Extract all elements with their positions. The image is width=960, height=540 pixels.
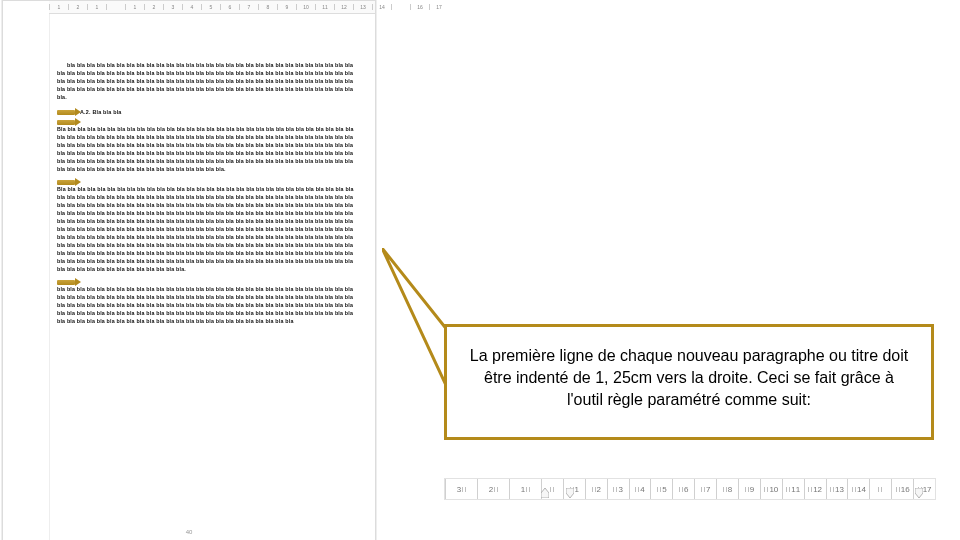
callout-pointer-icon: [382, 248, 452, 408]
ruler-tick: 2: [68, 4, 87, 10]
svg-marker-0: [382, 248, 452, 398]
ruler-tick: [106, 4, 125, 10]
ruler-tick: 7: [239, 4, 258, 10]
ruler-tick: 9: [738, 479, 760, 499]
ruler-tick: 3: [607, 479, 629, 499]
ruler-tick: 8: [258, 4, 277, 10]
ruler-tick: 13: [826, 479, 848, 499]
ruler-tick: 4: [629, 479, 651, 499]
first-line-indent-marker[interactable]: [541, 488, 549, 498]
page-body: bla bla bla bla bla bla bla bla bla bla …: [57, 61, 361, 328]
right-indent-marker[interactable]: [915, 488, 923, 498]
ruler-tick: 12: [334, 4, 353, 10]
document-page: 12112345678910111213141617 bla bla bla b…: [2, 0, 376, 540]
paragraph-2: Bla bla bla bla bla bla bla bla bla bla …: [57, 125, 361, 173]
indent-arrow-icon: [57, 110, 75, 115]
ruler-tick: [869, 479, 891, 499]
ruler-tick: 4: [182, 4, 201, 10]
svg-marker-2: [566, 488, 574, 498]
ruler-tick: 11: [315, 4, 334, 10]
svg-marker-3: [915, 488, 923, 498]
ruler-tick: 2: [144, 4, 163, 10]
ruler-tick: 14: [847, 479, 869, 499]
callout: La première ligne de chaque nouveau para…: [444, 324, 934, 440]
page-number: 40: [3, 529, 375, 535]
svg-marker-1: [541, 488, 549, 498]
ruler-tick: 5: [650, 479, 672, 499]
indent-arrow-icon: [57, 180, 75, 185]
ruler-tick: 16: [410, 4, 429, 10]
ruler-tool[interactable]: 321 12345678910111213141617: [444, 478, 936, 500]
ruler-tick: 6: [220, 4, 239, 10]
ruler-tick: 16: [891, 479, 913, 499]
paragraph-1: bla bla bla bla bla bla bla bla bla bla …: [57, 61, 361, 101]
ruler-tick: 2: [477, 479, 509, 499]
ruler-tick: 10: [760, 479, 782, 499]
ruler-tick: 5: [201, 4, 220, 10]
ruler-tick: 10: [296, 4, 315, 10]
indent-arrow-icon: [57, 120, 75, 125]
ruler-tick: 1: [509, 479, 541, 499]
heading-a2: A.2. Bla bla bla: [80, 108, 122, 116]
ruler-tick: 3: [445, 479, 477, 499]
paragraph-4: bla bla bla bla bla bla bla bla bla bla …: [57, 285, 361, 325]
callout-box: La première ligne de chaque nouveau para…: [444, 324, 934, 440]
ruler-tick: 12: [804, 479, 826, 499]
top-ruler[interactable]: 12112345678910111213141617: [49, 1, 375, 14]
ruler-negative-area: 321: [445, 479, 541, 499]
ruler-tick: 17: [429, 4, 448, 10]
ruler-positive-area: 12345678910111213141617: [541, 479, 935, 499]
ruler-tick: 1: [87, 4, 106, 10]
ruler-tick: 11: [782, 479, 804, 499]
ruler-tick: 1: [49, 4, 68, 10]
ruler-tick: 2: [585, 479, 607, 499]
callout-text: La première ligne de chaque nouveau para…: [470, 347, 909, 408]
ruler-tick: 3: [163, 4, 182, 10]
left-gutter: [3, 1, 50, 540]
ruler-tick: [391, 4, 410, 10]
ruler-tick: 6: [672, 479, 694, 499]
ruler-tick: 9: [277, 4, 296, 10]
hanging-indent-marker[interactable]: [566, 488, 574, 498]
ruler-tick: 14: [372, 4, 391, 10]
ruler-tick: 7: [694, 479, 716, 499]
heading-row: A.2. Bla bla bla: [57, 108, 361, 116]
ruler-tick: 13: [353, 4, 372, 10]
ruler-tick: 8: [716, 479, 738, 499]
indent-arrow-icon: [57, 280, 75, 285]
paragraph-3: Bla bla bla bla bla bla bla bla bla bla …: [57, 185, 361, 273]
ruler-tick: 1: [125, 4, 144, 10]
